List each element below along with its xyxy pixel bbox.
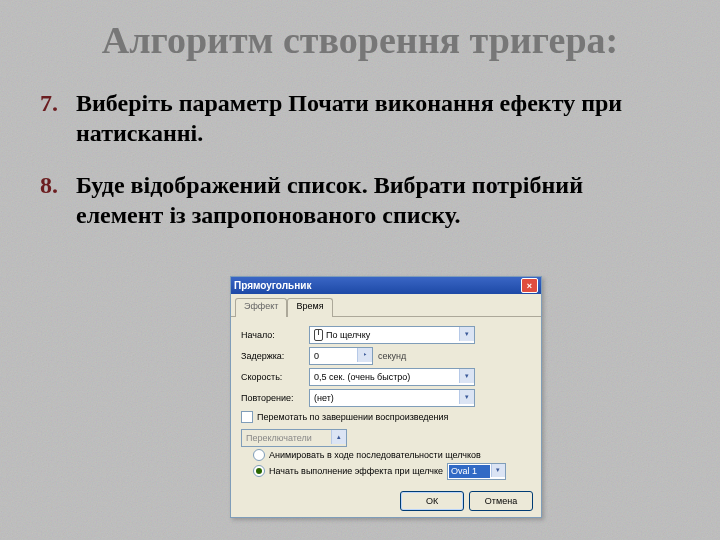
spinner-icon: ‣ xyxy=(357,348,372,362)
radio-sequence-label: Анимировать в ходе последовательности ще… xyxy=(269,450,481,460)
delay-spinner[interactable]: 0 ‣ xyxy=(309,347,373,365)
tab-effect[interactable]: Эффект xyxy=(235,298,287,317)
click-target-value: Oval 1 xyxy=(449,465,490,478)
cancel-button[interactable]: Отмена xyxy=(469,491,533,511)
checkbox-icon xyxy=(241,411,253,423)
start-combo[interactable]: По щелчку ▾ xyxy=(309,326,475,344)
triggers-button[interactable]: Переключатели ▴ xyxy=(241,429,347,447)
chevron-down-icon: ▾ xyxy=(459,390,474,404)
rewind-checkbox[interactable]: Перемотать по завершении воспроизведения xyxy=(241,409,531,425)
item-number: 8. xyxy=(40,170,76,230)
dialog-titlebar[interactable]: Прямоугольник × xyxy=(231,277,541,294)
collapse-icon: ▴ xyxy=(331,430,346,444)
label-start: Начало: xyxy=(241,330,309,340)
label-delay: Задержка: xyxy=(241,351,309,361)
dialog-body: Начало: По щелчку ▾ Задержка: 0 ‣ секунд… xyxy=(231,317,541,487)
tab-time[interactable]: Время xyxy=(287,298,332,317)
radio-icon-selected xyxy=(253,465,265,477)
tab-strip: Эффект Время xyxy=(231,294,541,317)
list-item: 8. Буде відображений список. Вибрати пот… xyxy=(40,170,670,230)
repeat-combo[interactable]: (нет) ▾ xyxy=(309,389,475,407)
radio-click-label: Начать выполнение эффекта при щелчке xyxy=(269,466,443,476)
delay-value: 0 xyxy=(314,351,319,361)
dialog-rectangle: Прямоугольник × Эффект Время Начало: По … xyxy=(230,276,542,518)
dialog-title: Прямоугольник xyxy=(234,280,521,291)
mouse-icon xyxy=(314,329,323,341)
item-text: Виберіть параметр Почати виконання ефект… xyxy=(76,88,670,148)
ok-button[interactable]: ОК xyxy=(400,491,464,511)
label-repeat: Повторение: xyxy=(241,393,309,403)
dialog-footer: ОК Отмена xyxy=(400,491,533,511)
radio-icon xyxy=(253,449,265,461)
rewind-label: Перемотать по завершении воспроизведения xyxy=(257,412,448,422)
delay-unit: секунд xyxy=(378,351,406,361)
chevron-down-icon: ▾ xyxy=(459,327,474,341)
click-target-combo[interactable]: Oval 1 ▾ xyxy=(447,463,506,480)
triggers-label: Переключатели xyxy=(246,433,312,443)
list-item: 7. Виберіть параметр Почати виконання еф… xyxy=(40,88,670,148)
chevron-down-icon: ▾ xyxy=(459,369,474,383)
ordered-list: 7. Виберіть параметр Почати виконання еф… xyxy=(40,88,670,252)
item-number: 7. xyxy=(40,88,76,148)
repeat-value: (нет) xyxy=(314,393,334,403)
slide-title: Алгоритм створення тригера: xyxy=(0,18,720,62)
speed-value: 0,5 сек. (очень быстро) xyxy=(314,372,410,382)
radio-sequence[interactable]: Анимировать в ходе последовательности ще… xyxy=(241,447,531,463)
close-icon[interactable]: × xyxy=(521,278,538,293)
chevron-down-icon: ▾ xyxy=(491,464,505,477)
radio-on-click[interactable]: Начать выполнение эффекта при щелчке Ova… xyxy=(241,463,531,479)
label-speed: Скорость: xyxy=(241,372,309,382)
start-value: По щелчку xyxy=(326,330,370,340)
speed-combo[interactable]: 0,5 сек. (очень быстро) ▾ xyxy=(309,368,475,386)
item-text: Буде відображений список. Вибрати потріб… xyxy=(76,170,670,230)
